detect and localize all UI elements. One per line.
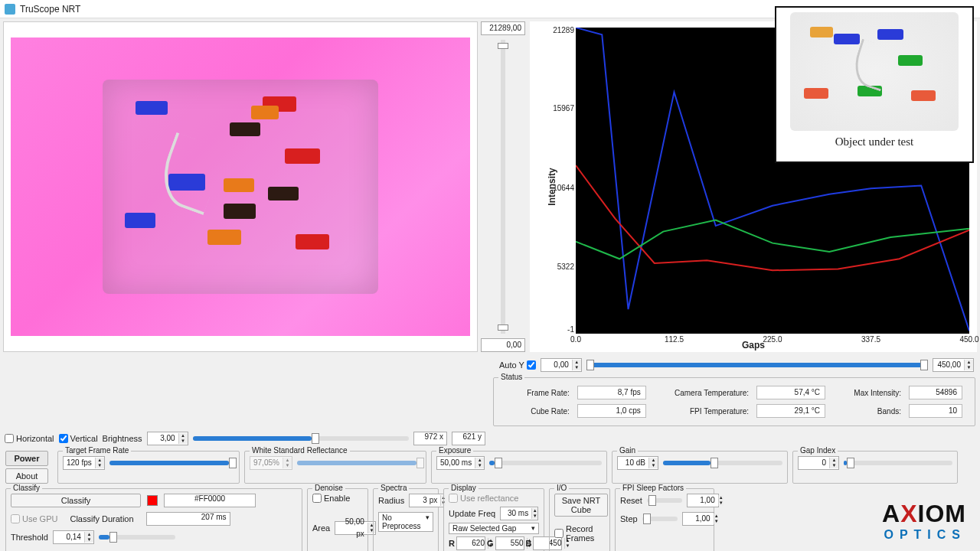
ytick: -1 (537, 325, 574, 334)
record-frames-checkbox[interactable]: Record Frames (554, 524, 605, 543)
brightness-label: Brightness (103, 434, 142, 443)
exposure-slider[interactable] (489, 461, 602, 465)
paperclip-icon (153, 132, 227, 216)
denoise-enable-checkbox[interactable]: Enable (312, 494, 350, 503)
horizontal-checkbox[interactable]: Horizontal (5, 434, 54, 443)
sleep-reset-spinner[interactable]: 1,00▲▼ (687, 494, 719, 507)
gain-spinner[interactable]: 10 dB▲▼ (617, 456, 658, 470)
inset-caption: Object under test (835, 135, 913, 148)
r-spinner[interactable]: 620▲▼ (456, 536, 485, 550)
white-std-slider[interactable] (297, 461, 421, 465)
xtick: 337.5 (861, 335, 880, 344)
tab-power[interactable]: Power (5, 451, 48, 466)
cursor-x: 972 x (413, 432, 447, 445)
exposure-spinner[interactable]: 50,00 ms▲▼ (436, 456, 485, 470)
subject-region (103, 80, 378, 294)
auto-y-range-slider[interactable] (586, 363, 928, 367)
xtick: 450.0 (959, 335, 978, 344)
status-grid: Frame Rate: 8,7 fps Camera Temperature: … (498, 383, 970, 421)
target-fps-spinner[interactable]: 120 fps▲▼ (63, 456, 105, 470)
classify-duration-label: Classify Duration (70, 514, 133, 523)
classify-color-swatch[interactable] (147, 495, 158, 506)
max-intensity-value: 54896 (909, 386, 962, 399)
camera-temp-value: 57,4 °C (756, 386, 825, 399)
cube-rate-value: 1,0 cps (577, 404, 646, 418)
auto-y-max[interactable]: 450,00▲▼ (933, 358, 974, 372)
ytick: 15967 (537, 104, 574, 112)
classify-duration-value: 207 ms (146, 512, 230, 526)
ytick: 21289 (537, 26, 574, 34)
bands-value: 10 (909, 404, 962, 418)
gap-index-spinner[interactable]: 0▲▼ (798, 456, 839, 470)
xtick: 112.5 (665, 335, 684, 344)
brightness-slider[interactable] (193, 436, 409, 441)
sleep-reset-slider[interactable] (647, 498, 682, 503)
tab-about[interactable]: About (5, 468, 48, 484)
intensity-vslider-col: 21289,00 0,00 (481, 21, 525, 352)
status-legend: Status (498, 373, 524, 381)
fpi-temp-value: 29,1 °C (756, 404, 825, 418)
update-freq-spinner[interactable]: 30 ms▲▼ (500, 507, 538, 520)
spectra-radius-spinner[interactable]: 3 px▲▼ (409, 494, 444, 507)
classify-color-hex[interactable]: #FF0000 (164, 494, 256, 507)
threshold-spinner[interactable]: 0,14▲▼ (53, 530, 94, 544)
chart-xlabel: Gaps (742, 340, 765, 350)
threshold-label: Threshold (11, 533, 48, 542)
camera-image (11, 37, 470, 336)
inset-photo (790, 12, 959, 131)
white-std-spinner[interactable]: 97,05%▲▼ (250, 456, 292, 470)
object-under-test-inset: Object under test (775, 6, 974, 163)
g-spinner[interactable]: 550▲▼ (495, 536, 524, 550)
threshold-slider[interactable] (99, 535, 175, 540)
vslider-top-value[interactable]: 21289,00 (481, 21, 525, 35)
image-pane[interactable] (3, 21, 478, 352)
axiom-logo: AXIOM OPTICS (882, 500, 966, 542)
window-title: TruScope NRT (20, 4, 80, 15)
sleep-step-spinner[interactable]: 1,00▲▼ (682, 512, 714, 526)
app-icon (5, 4, 15, 15)
gain-slider[interactable] (663, 461, 782, 465)
intensity-vslider[interactable] (501, 40, 505, 334)
vslider-bottom-value[interactable]: 0,00 (481, 338, 525, 352)
paperclip-icon (848, 39, 894, 92)
brightness-spinner[interactable]: 3,00▲▼ (147, 432, 188, 445)
preprocess-select[interactable]: No Preprocess (378, 512, 433, 532)
cursor-y: 621 y (452, 432, 485, 445)
auto-y-checkbox[interactable]: Auto Y (499, 360, 536, 370)
frame-rate-value: 8,7 fps (577, 386, 646, 399)
sleep-step-slider[interactable] (642, 517, 678, 521)
xtick: 0.0 (570, 335, 581, 344)
classify-button[interactable]: Classify (11, 494, 141, 507)
display-mode-select[interactable]: Raw Selected Gap (449, 523, 539, 534)
xtick: 225.0 (763, 335, 782, 344)
use-reflectance-checkbox[interactable]: Use reflectance (449, 494, 518, 503)
save-nrt-cube-button[interactable]: Save NRT Cube (554, 494, 608, 517)
auto-y-min[interactable]: 0,00▲▼ (541, 358, 582, 372)
denoise-area-spinner[interactable]: 50,00 px▲▼ (335, 521, 376, 535)
ytick: 5322 (537, 262, 574, 271)
target-fps-slider[interactable] (109, 461, 234, 465)
ytick: 10644 (537, 184, 574, 192)
vertical-checkbox[interactable]: Vertical (59, 434, 98, 443)
use-gpu-checkbox[interactable]: Use GPU (11, 514, 57, 523)
gap-index-slider[interactable] (844, 461, 952, 465)
denoise-area-label: Area (312, 523, 330, 533)
